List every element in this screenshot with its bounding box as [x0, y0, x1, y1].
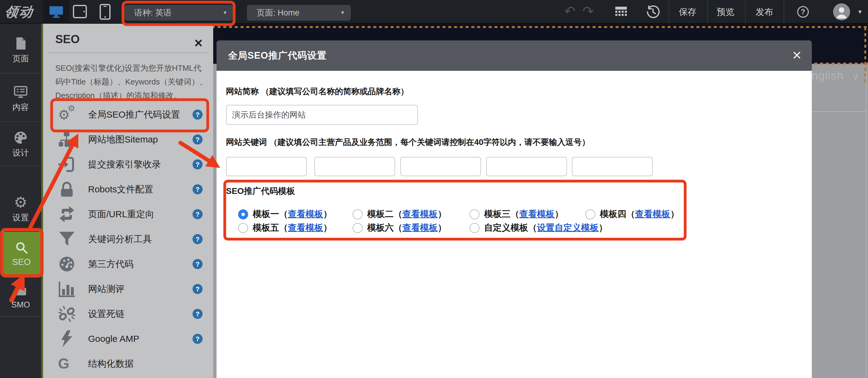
- divider: [707, 0, 708, 24]
- sidebar-item-design[interactable]: 设计: [0, 127, 41, 161]
- menu-item-dead-links[interactable]: 设置死链 ?: [43, 301, 213, 326]
- keyword-input-2[interactable]: [314, 157, 395, 176]
- keyword-input-4[interactable]: [486, 157, 567, 176]
- site-language-dropdown: English∨: [804, 69, 859, 82]
- divider: [783, 0, 784, 24]
- app-window: English∨ 全局SEO推广代码设置 × 网站简称 （建议填写公司名称的简称…: [0, 0, 868, 378]
- chevron-down-icon: ∨: [852, 71, 859, 82]
- view-template-link[interactable]: 查看模板: [402, 223, 438, 232]
- main-sidebar: 页面 内容 设计 ⚙ 设置 SEO SMO: [0, 24, 43, 378]
- keyword-input-5[interactable]: [572, 157, 653, 176]
- template-section-label: SEO推广代码模板: [226, 185, 295, 197]
- top-toolbar: 领动 语种: 英语 ▾ 页面: Home ▾ ↶ ↷ 保存 预览: [0, 0, 868, 24]
- option-label: 模板五（: [253, 223, 288, 232]
- panel-description: SEO(搜索引擎优化)设置为您开放HTML代码中Title（标题）、Keywor…: [55, 61, 209, 103]
- menu-item-global-seo-code[interactable]: ⚙⚙ 全局SEO推广代码设置 ?: [43, 102, 213, 127]
- view-template-link[interactable]: 查看模板: [519, 209, 555, 219]
- search-icon: [14, 241, 29, 255]
- radio-template-6[interactable]: [352, 223, 363, 233]
- device-desktop-button[interactable]: [43, 0, 69, 24]
- view-template-link[interactable]: 查看模板: [288, 209, 323, 219]
- preview-button[interactable]: 预览: [717, 0, 734, 24]
- sidebar-item-content[interactable]: 内容: [0, 82, 41, 115]
- divider: [745, 0, 746, 24]
- divider: [0, 165, 41, 166]
- radio-template-5[interactable]: [238, 223, 248, 233]
- radio-template-1[interactable]: [238, 209, 248, 220]
- redo-icon[interactable]: ↷: [583, 0, 594, 23]
- undo-icon[interactable]: ↶: [564, 0, 576, 23]
- avatar[interactable]: [833, 3, 850, 20]
- divider: [669, 0, 669, 24]
- help-icon[interactable]: ?: [192, 259, 203, 269]
- modal-header: 全局SEO推广代码设置 ×: [217, 40, 812, 71]
- caret-down-icon[interactable]: ▾: [858, 0, 862, 24]
- sidebar-item-seo-active[interactable]: SEO: [2, 232, 41, 275]
- history-icon[interactable]: [646, 5, 660, 19]
- caret-down-icon: ▾: [223, 5, 226, 20]
- gears-icon: ⚙⚙: [58, 106, 75, 123]
- help-icon[interactable]: ?: [192, 209, 203, 220]
- help-icon[interactable]: ?: [192, 135, 203, 145]
- menu-item-structured-data[interactable]: G 结构化数据: [43, 351, 213, 376]
- help-icon[interactable]: ?: [192, 110, 203, 120]
- option-label: 模板二（: [367, 209, 402, 219]
- close-icon[interactable]: ×: [194, 36, 203, 50]
- menu-item-submit-search-engine[interactable]: 提交搜索引擎收录 ?: [43, 152, 213, 177]
- view-template-link[interactable]: 查看模板: [635, 209, 670, 219]
- site-name-input[interactable]: [226, 105, 418, 125]
- lock-icon: [58, 180, 75, 198]
- radio-template-4[interactable]: [585, 209, 595, 220]
- content-icon: [13, 85, 28, 99]
- option-label: 模板六（: [367, 223, 402, 232]
- save-button[interactable]: 保存: [679, 0, 696, 24]
- menu-item-google-amp[interactable]: Google AMP ?: [43, 326, 213, 351]
- menu-item-sitemap[interactable]: 网站地图Sitemap ?: [43, 127, 213, 152]
- sidebar-item-settings[interactable]: ⚙ 设置: [0, 192, 41, 226]
- device-phone-button[interactable]: [100, 4, 111, 20]
- sidebar-item-pages[interactable]: 页面: [0, 33, 41, 67]
- view-template-link[interactable]: 查看模板: [402, 209, 438, 219]
- grid-icon[interactable]: [615, 6, 627, 18]
- help-icon[interactable]: ?: [192, 309, 203, 319]
- sidebar-item-smo[interactable]: SMO: [0, 280, 41, 313]
- option-label: 自定义模板（: [484, 223, 537, 232]
- keyword-input-3[interactable]: [400, 157, 481, 176]
- menu-item-keyword-analysis[interactable]: 关键词分析工具 ?: [43, 227, 213, 252]
- menu-item-url-redirect[interactable]: 页面/URL重定向 ?: [43, 202, 213, 227]
- briefcase-icon: [13, 283, 28, 298]
- phone-icon: [100, 4, 111, 20]
- help-icon[interactable]: ?: [797, 6, 809, 18]
- desktop-icon: [49, 5, 63, 18]
- language-selector[interactable]: 语种: 英语 ▾: [125, 5, 233, 21]
- help-icon[interactable]: ?: [192, 234, 203, 244]
- template-option-1: 模板一（查看模板）: [238, 207, 332, 221]
- modal-title: 全局SEO推广代码设置: [228, 40, 327, 71]
- radio-template-3[interactable]: [469, 209, 479, 220]
- view-template-link[interactable]: 查看模板: [288, 223, 323, 232]
- set-custom-template-link[interactable]: 设置自定义模板: [537, 223, 599, 232]
- help-icon[interactable]: ?: [192, 334, 203, 344]
- radio-template-2[interactable]: [352, 209, 363, 220]
- redirect-icon: [58, 205, 75, 223]
- template-option-custom: 自定义模板（设置自定义模板）: [469, 221, 608, 235]
- menu-item-robots[interactable]: Robots文件配置 ?: [43, 177, 213, 202]
- device-tablet-button[interactable]: [73, 5, 87, 18]
- help-icon[interactable]: ?: [192, 284, 203, 294]
- template-option-5: 模板五（查看模板）: [238, 221, 332, 235]
- help-icon[interactable]: ?: [192, 159, 203, 170]
- user-icon: [833, 3, 850, 20]
- keyword-input-1[interactable]: [226, 157, 307, 176]
- gear-icon: ⚙: [14, 195, 28, 210]
- page-selector[interactable]: 页面: Home ▾: [247, 5, 351, 21]
- help-icon[interactable]: ?: [192, 184, 203, 195]
- radio-template-custom[interactable]: [469, 223, 479, 233]
- divider: [49, 53, 208, 53]
- publish-button[interactable]: 发布: [756, 0, 773, 24]
- option-label: 模板三（: [484, 209, 519, 219]
- menu-item-site-evaluation[interactable]: 网站测评 ?: [43, 277, 213, 301]
- sitemap-icon: [58, 130, 75, 148]
- gauge-icon: [58, 255, 75, 273]
- close-icon[interactable]: ×: [793, 40, 802, 69]
- menu-item-third-party-code[interactable]: 第三方代码 ?: [43, 252, 213, 277]
